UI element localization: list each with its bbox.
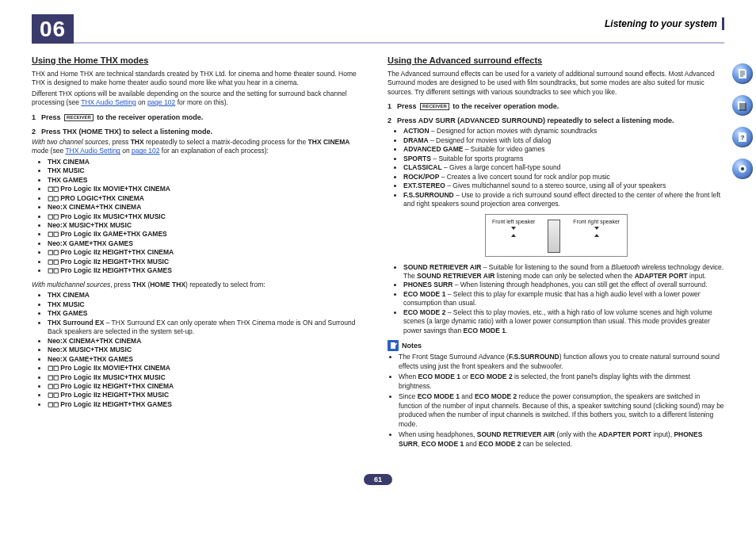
- multichannel-mode-list: THX CINEMATHX MUSICTHX GAMESTHX Surround…: [48, 291, 368, 409]
- list-item: ◻◻ Pro Logic IIx MUSIC+THX MUSIC: [48, 373, 368, 382]
- right-column: Using the Advanced surround effects The …: [388, 55, 724, 450]
- list-item: SOUND RETRIEVER AIR – Suitable for liste…: [403, 263, 724, 281]
- receiver-button-icon: RECEIVER: [420, 103, 449, 110]
- notes-icon: [388, 340, 399, 351]
- front-left-speaker: Front left speaker: [492, 218, 535, 253]
- list-item: THX GAMES: [48, 176, 368, 185]
- adv-mode-list-2: SOUND RETRIEVER AIR – Suitable for liste…: [403, 263, 724, 336]
- settings-icon[interactable]: [732, 159, 753, 179]
- step-1: 1 Press RECEIVER to the receiver operati…: [32, 113, 368, 122]
- link-page-102[interactable]: page 102: [147, 98, 175, 106]
- list-item: ◻◻ PRO LOGIC+THX CINEMA: [48, 194, 368, 203]
- list-item: Neo:X CINEMA+THX CINEMA: [48, 203, 368, 212]
- list-item: ◻◻ Pro Logic IIz HEIGHT+THX GAMES: [48, 400, 368, 409]
- list-item: THX CINEMA: [48, 158, 368, 166]
- front-right-speaker: Front right speaker: [573, 218, 620, 253]
- step-1-adv: 1 Press RECEIVER to the receiver operati…: [388, 101, 724, 111]
- note-item: When using headphones, SOUND RETRIEVER A…: [399, 430, 724, 449]
- link-page-102-b[interactable]: page 102: [132, 147, 159, 155]
- list-item: ROCK/POP – Creates a live concert sound …: [403, 173, 724, 182]
- list-item: SPORTS – Suitable for sports programs: [403, 155, 724, 163]
- list-item: ECO MODE 2 – Select this to play movies,…: [403, 308, 724, 335]
- list-item: ADVANCED GAME – Suitable for video games: [403, 145, 724, 154]
- link-thx-audio-2[interactable]: THX Audio Setting: [65, 147, 120, 155]
- header-rule: Listening to your system: [74, 18, 724, 44]
- section-heading-adv: Using the Advanced surround effects: [388, 55, 724, 67]
- list-item: ◻◻ Pro Logic IIz HEIGHT+THX MUSIC: [48, 391, 368, 399]
- multichannel-lead: With multichannel sources, press THX (HO…: [32, 281, 368, 289]
- list-item: Neo:X MUSIC+THX MUSIC: [48, 346, 368, 354]
- speaker-diagram: Front left speaker Front right speaker: [485, 214, 628, 257]
- receiver-button-icon: RECEIVER: [64, 114, 94, 121]
- left-column: Using the Home THX modes THX and Home TH…: [32, 55, 368, 450]
- list-item: THX MUSIC: [48, 300, 368, 309]
- intro-text: THX and Home THX are technical standards…: [32, 70, 368, 88]
- list-item: PHONES SURR – When listening through hea…: [403, 281, 724, 289]
- list-item: DRAMA – Designed for movies with lots of…: [403, 136, 724, 145]
- list-item: ◻◻ Pro Logic IIx MUSIC+THX MUSIC: [48, 212, 368, 221]
- list-item: ECO MODE 1 – Select this to play for exa…: [403, 290, 724, 308]
- list-item: EXT.STEREO – Gives multichannel sound to…: [403, 182, 724, 190]
- list-item: ◻◻ Pro Logic IIz HEIGHT+THX CINEMA: [48, 248, 368, 257]
- svg-rect-1: [739, 103, 746, 111]
- list-item: ◻◻ Pro Logic IIx MOVIE+THX CINEMA: [48, 364, 368, 373]
- list-item: ◻◻ Pro Logic IIz HEIGHT+THX CINEMA: [48, 382, 368, 391]
- adv-mode-list: ACTION – Designed for action movies with…: [403, 127, 724, 208]
- svg-point-4: [741, 167, 744, 170]
- list-item: Neo:X GAME+THX GAMES: [48, 355, 368, 364]
- list-item: THX Surround EX – THX Surround EX can on…: [48, 319, 368, 337]
- toc-icon[interactable]: [732, 63, 753, 84]
- list-item: THX GAMES: [48, 309, 368, 318]
- note-item: When ECO MODE 1 or ECO MODE 2 is selecte…: [399, 373, 724, 391]
- step-2-adv: 2Press ADV SURR (ADVANCED SURROUND) repe…: [388, 116, 724, 125]
- list-item: ◻◻ Pro Logic IIz HEIGHT+THX MUSIC: [48, 258, 368, 266]
- list-item: Neo:X MUSIC+THX MUSIC: [48, 221, 368, 230]
- surround-column: [548, 218, 560, 253]
- section-heading-thx: Using the Home THX modes: [32, 55, 368, 67]
- help-icon[interactable]: ?: [732, 127, 753, 147]
- intro-text-2: Different THX options will be available …: [32, 90, 368, 108]
- link-thx-audio[interactable]: THX Audio Setting: [81, 98, 136, 106]
- list-item: CLASSICAL – Gives a large concert hall-t…: [403, 163, 724, 172]
- note-item: Since ECO MODE 1 and ECO MODE 2 reduce t…: [399, 392, 724, 429]
- list-item: Neo:X GAME+THX GAMES: [48, 239, 368, 248]
- list-item: ◻◻ Pro Logic IIx MOVIE+THX CINEMA: [48, 185, 368, 193]
- list-item: ACTION – Designed for action movies with…: [403, 127, 724, 136]
- notes-list: The Front Stage Surround Advance (F.S.SU…: [399, 353, 724, 449]
- list-item: THX CINEMA: [48, 291, 368, 300]
- adv-intro: The Advanced surround effects can be use…: [388, 70, 724, 97]
- page-title: Listening to your system: [605, 17, 724, 30]
- step-2: 2Press THX (HOME THX) to select a listen…: [32, 127, 368, 136]
- note-item: The Front Stage Surround Advance (F.S.SU…: [399, 353, 724, 371]
- page-number-badge: 61: [364, 474, 392, 485]
- notes-header: Notes: [388, 340, 724, 351]
- list-item: Neo:X CINEMA+THX CINEMA: [48, 337, 368, 346]
- two-channel-mode-list: THX CINEMATHX MUSICTHX GAMES◻◻ Pro Logic…: [48, 158, 368, 276]
- list-item: ◻◻ Pro Logic IIx GAME+THX GAMES: [48, 230, 368, 239]
- index-icon[interactable]: [732, 95, 753, 116]
- two-channel-lead: With two channel sources, press THX repe…: [32, 138, 368, 156]
- list-item: THX MUSIC: [48, 166, 368, 175]
- list-item: ◻◻ Pro Logic IIz HEIGHT+THX GAMES: [48, 266, 368, 275]
- page-header: 06 Listening to your system: [32, 14, 724, 44]
- side-nav: ?: [732, 63, 753, 179]
- list-item: F.S.SURROUND – Use to provide a rich sur…: [403, 191, 724, 209]
- chapter-number: 06: [32, 14, 74, 44]
- svg-text:?: ?: [741, 134, 745, 141]
